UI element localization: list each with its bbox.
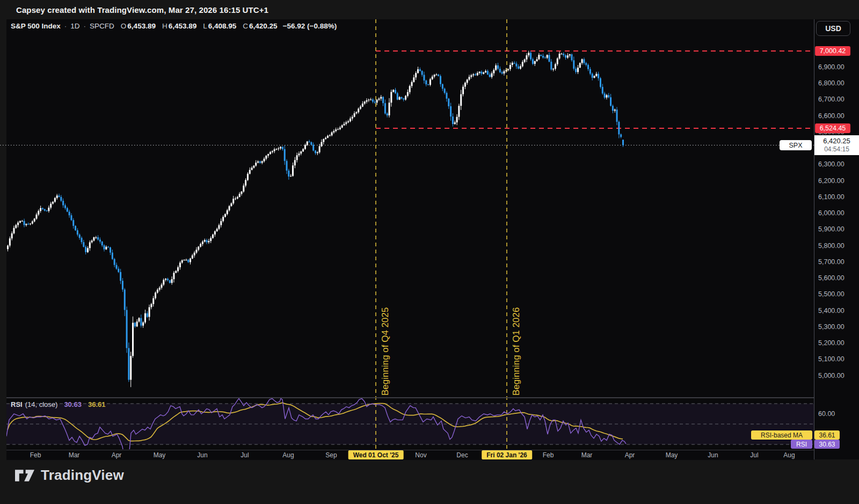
separator-dot: · <box>84 22 86 30</box>
separator-dot: · <box>64 22 67 30</box>
price-tick-label: 6,600.00 <box>818 112 845 120</box>
rsi-legend: RSI (14, close) 30.63 36.61 <box>11 400 105 408</box>
price-tick-label: 6,700.00 <box>818 96 845 103</box>
time-tick-label: Feb <box>30 451 41 459</box>
price-tick-label: 6,200.00 <box>818 177 845 185</box>
price-tick-label: 5,700.00 <box>818 258 845 266</box>
time-tick-label: Feb <box>543 451 554 459</box>
bar-countdown: 04:54:15 <box>824 145 849 154</box>
change-value: −56.92 (−0.88%) <box>283 22 337 30</box>
rsi-pill-label: RSI <box>791 440 812 449</box>
price-tick-label: 6,300.00 <box>818 160 845 168</box>
symbol-name: S&P 500 Index <box>11 22 61 30</box>
chart-canvas[interactable] <box>0 0 859 504</box>
time-tick-label: Apr <box>625 451 635 459</box>
time-tick-label: May <box>666 451 678 459</box>
tradingview-logo[interactable]: TradingView <box>15 467 124 484</box>
time-tick-label: Nov <box>415 451 426 459</box>
low-value: 6,408.95 <box>208 22 237 30</box>
tradingview-chart-window: Capsey created with TradingView.com, Mar… <box>0 0 859 504</box>
time-tick-label: Dec <box>456 451 468 459</box>
high-letter: H <box>162 22 168 30</box>
time-tick-label: Sep <box>325 451 337 459</box>
time-tick-label: May <box>154 451 166 459</box>
rsi-ma-pill-value: 36.61 <box>814 430 840 440</box>
price-tick-label: 5,600.00 <box>818 274 845 282</box>
price-tick-label: 5,900.00 <box>818 225 845 233</box>
rsi-name: RSI <box>11 400 23 408</box>
open-value: 6,453.89 <box>127 22 156 30</box>
time-axis[interactable] <box>6 450 814 460</box>
q1-2026-annotation[interactable]: Beginning of Q1 2026 <box>511 279 523 396</box>
time-tick-label: Mar <box>581 451 593 459</box>
rsi-params: (14, close) <box>25 400 58 408</box>
rsi-current-value: 30.63 <box>64 400 82 408</box>
symbol-legend: S&P 500 Index · 1D · SPCFD O6,453.89 H6,… <box>11 22 337 30</box>
close-value: 6,420.25 <box>249 22 278 30</box>
rsi-ma-pill-label: RSI-based MA <box>751 430 812 440</box>
price-tick-label: 5,000.00 <box>818 372 845 379</box>
last-price-value: 6,420.25 <box>823 137 850 145</box>
time-tick-label: Apr <box>112 451 122 459</box>
tradingview-logo-text: TradingView <box>41 467 124 484</box>
footer-bar: TradingView <box>0 459 859 504</box>
price-tick-label: 5,500.00 <box>818 290 845 298</box>
symbol-tag-pill: SPX <box>780 140 812 150</box>
rsi-ma-current-value: 36.61 <box>88 400 106 408</box>
time-tick-label: Jun <box>708 451 718 459</box>
alert-price-label-low[interactable]: 6,524.45 <box>815 123 850 133</box>
price-tick-label: 5,100.00 <box>818 355 845 363</box>
interval-label: 1D <box>70 22 79 30</box>
price-tick-label: 5,200.00 <box>818 339 845 347</box>
time-tick-label: Jun <box>197 451 207 459</box>
price-tick-label: 6,800.00 <box>818 79 845 87</box>
price-tick-label: 5,400.00 <box>818 307 845 315</box>
time-tick-label: Aug <box>282 451 294 459</box>
price-tick-label: 6,900.00 <box>818 63 845 71</box>
last-price-label: 6,420.25 04:54:15 <box>814 135 859 155</box>
time-axis-event-pill-1[interactable]: Fri 02 Jan '26 <box>482 450 532 459</box>
close-letter: C <box>243 22 248 30</box>
time-tick-label: Mar <box>69 451 80 459</box>
time-tick-label: Aug <box>783 451 795 459</box>
pane-separator[interactable] <box>6 397 814 398</box>
high-value: 6,453.89 <box>169 22 197 30</box>
q4-2025-annotation[interactable]: Beginning of Q4 2025 <box>380 279 392 396</box>
price-tick-label: 5,300.00 <box>818 323 845 331</box>
rsi-pill-value: 30.63 <box>814 440 840 449</box>
price-tick-label: 5,800.00 <box>818 242 845 250</box>
exchange-label: SPCFD <box>90 22 114 30</box>
price-tick-label: 6,000.00 <box>818 209 845 217</box>
rsi-axis-tick-label: 60.00 <box>818 410 835 418</box>
time-tick-label: Jul <box>241 451 249 459</box>
tradingview-logo-icon <box>15 470 34 481</box>
currency-button[interactable]: USD <box>816 21 850 36</box>
open-letter: O <box>121 22 127 30</box>
time-tick-label: Jul <box>750 451 758 459</box>
candlestick-series[interactable] <box>7 51 624 388</box>
low-letter: L <box>203 22 207 30</box>
price-tick-label: 6,100.00 <box>818 193 845 201</box>
time-axis-event-pill-0[interactable]: Wed 01 Oct '25 <box>348 450 404 459</box>
alert-price-label-high[interactable]: 7,000.42 <box>815 46 850 56</box>
